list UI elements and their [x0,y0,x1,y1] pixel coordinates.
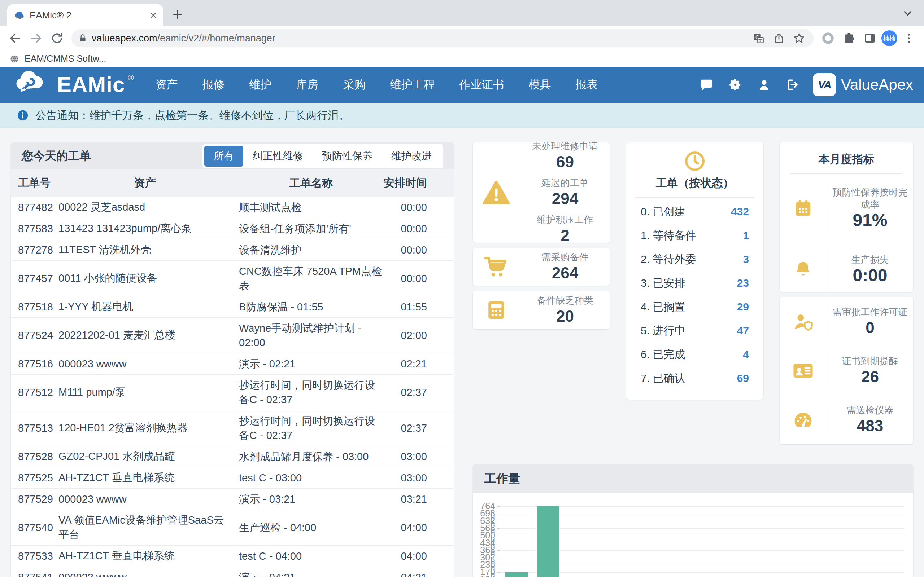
cell-time: 04:00 [383,522,454,534]
status-item-3[interactable]: 3. 已安排23 [626,271,763,295]
gridline [500,558,905,558]
back-icon[interactable] [6,29,24,48]
cell-asset: 20221202-01 麦麦汇总楼 [58,328,239,343]
spare-parts-purchase-card[interactable]: 需采购备件 264 [473,248,610,285]
nav-item-4[interactable]: 采购 [343,77,366,92]
cell-time: 00:00 [383,272,454,285]
status-item-4[interactable]: 4. 已搁置29 [626,295,763,319]
cell-asset: 11TEST 清洗机外壳 [58,243,239,257]
messages-icon[interactable] [699,78,713,92]
cell-id: 877529 [18,493,58,505]
new-tab-icon[interactable] [171,8,184,21]
workorder-row[interactable]: 87727811TEST 清洗机外壳设备清洗维护00:00 [11,239,454,260]
workorder-row[interactable]: 877512M111 pump/泵抄运行时间，同时切换运行设备C - 02:37… [11,374,454,410]
eamic-logo[interactable]: EAMic ® [11,68,134,102]
favicon-eamic-icon [14,10,24,21]
settings-gear-icon[interactable] [729,78,742,92]
y-tick [497,558,500,558]
nav-item-1[interactable]: 报修 [202,77,225,92]
announcement-text: 公告通知：维护千万条，点检第一条。维修不到位，厂长两行泪。 [36,108,349,123]
monthly-metrics-card: 本月度指标 预防性保养按时完成率 91% [780,142,913,292]
workorder-row[interactable]: 877528GZ02-CPJ01 水剂成品罐水剂成品罐月度保养 - 03:000… [11,446,454,467]
col-header-time: 安排时间 [383,176,454,190]
user-icon[interactable] [757,78,771,92]
workorder-row[interactable]: 877516000023 wwww演示 - 02:2102:21 [11,353,454,374]
monthly-metrics-title: 本月度指标 [780,142,913,167]
tab-search-chevron-icon[interactable] [901,7,914,19]
nav-item-3[interactable]: 库房 [296,77,319,92]
production-loss-label: 生产损失 [851,253,889,266]
purchase-parts-label: 需采购备件 [542,251,589,263]
profile-avatar[interactable]: 楠楠 [881,30,897,46]
workorder-row[interactable]: 87752420221202-01 麦麦汇总楼Wayne手动测试维护计划 - 0… [11,318,454,353]
browser-tab[interactable]: EAMic® 2 × [7,4,163,26]
workorder-row[interactable]: 877513120-HE01 2贫富溶剂换热器抄运行时间，同时切换运行设备C -… [11,410,454,446]
translate-icon[interactable]: G文 [751,30,767,46]
production-loss-stat[interactable]: 生产损失 0:00 [780,242,913,297]
logout-icon[interactable] [786,78,800,92]
maintenance-alerts-card[interactable]: 未处理维修申请 69 延迟的工单 294 维护积压工作 2 [473,142,610,243]
cell-name: Wayne手动测试维护计划 - 02:00 [239,321,383,350]
parts-shortage-card[interactable]: 备件缺乏种类 20 [473,291,610,329]
share-icon[interactable] [771,30,787,46]
extension-circle-icon[interactable] [819,29,837,48]
nav-item-2[interactable]: 维护 [249,77,272,92]
workorders-tab-1[interactable]: 纠正性维修 [243,146,313,167]
status-item-5[interactable]: 5. 进行中47 [626,319,763,343]
address-bar[interactable]: valueapex.com/eamic/v2/#/home/manager G文 [71,29,814,47]
browser-menu-icon[interactable] [900,29,918,48]
workorder-row[interactable]: 877583131423 131423pump/离心泵设备组-任务项添加'所有'… [11,218,454,239]
workorder-row[interactable]: 87748200022 灵芝asdasd顺丰测试点检00:00 [11,197,454,218]
workorder-row[interactable]: 8774570011 小张的随便设备CNC数控车床 7520A TPM点检表00… [11,260,454,296]
nav-item-6[interactable]: 作业证书 [459,77,504,92]
status-item-2[interactable]: 2. 等待外委3 [626,247,763,271]
status-item-6[interactable]: 6. 已完成4 [626,343,763,366]
forward-icon[interactable] [27,29,45,48]
cell-asset: M111 pump/泵 [58,385,239,400]
status-item-1[interactable]: 1. 等待备件1 [626,224,763,247]
workorders-tab-0[interactable]: 所有 [204,146,243,167]
extensions-puzzle-icon[interactable] [840,29,858,48]
cert-expiry-stat[interactable]: 证书到期提醒 26 [780,346,913,395]
nav-item-8[interactable]: 报表 [576,77,598,92]
status-list: 0. 已创建4321. 等待备件12. 等待外委33. 已安排234. 已搁置2… [626,200,763,390]
workorders-tab-3[interactable]: 维护改进 [382,146,441,167]
pending-requests-stat[interactable]: 未处理维修申请 69 [532,140,598,172]
cell-asset: 131423 131423pump/离心泵 [58,221,239,236]
cell-asset: VA 领值EAMic设备维护管理SaaS云平台 [58,513,239,542]
brand-name: EAMic [57,68,125,102]
workorder-row[interactable]: 877533AH-TZ1CT 垂直电梯系统test C - 04:0004:00 [11,545,454,567]
nav-item-7[interactable]: 模具 [529,77,551,92]
sidepanel-icon[interactable] [861,29,879,48]
workorder-row[interactable]: 877525AH-TZ1CT 垂直电梯系统test C - 03:0003:00 [11,467,454,488]
bookmark-item[interactable]: EAM/CMMS Softw... [24,53,106,64]
reload-icon[interactable] [48,29,66,48]
bookmark-star-icon[interactable] [791,30,807,46]
workorder-row[interactable]: 877529000023 wwww演示 - 03:2103:21 [11,488,454,509]
status-item-7[interactable]: 7. 已确认69 [626,366,763,390]
tab-close-icon[interactable]: × [150,10,157,21]
workorder-row[interactable]: 877540VA 领值EAMic设备维护管理SaaS云平台生产巡检 - 04:0… [11,509,454,545]
pm-completion-value: 91% [853,211,887,230]
cell-id: 877278 [18,244,58,256]
globe-icon [10,54,19,64]
delayed-workorders-value: 294 [552,189,578,208]
nav-item-5[interactable]: 维护工程 [390,77,435,92]
cell-asset: 120-HE01 2贫富溶剂换热器 [58,421,239,435]
work-permit-stat[interactable]: 需审批工作许可证 0 [780,297,913,346]
workorders-tab-2[interactable]: 预防性保养 [313,146,382,167]
production-loss-value: 0:00 [853,266,887,285]
bar-segment-green [505,572,528,577]
y-tick [497,506,500,507]
nav-item-0[interactable]: 资产 [155,77,178,92]
delayed-workorders-stat[interactable]: 延迟的工单 294 [542,177,589,208]
valueapex-logo[interactable]: VA ValueApex [813,73,913,96]
workorder-row[interactable]: 8775181-YYY 机器电机B防腐保温 - 01:5501:55 [11,296,454,318]
cell-time: 00:00 [383,223,454,235]
workorder-row[interactable]: 877541000023 wwww演示 - 04:2104:21 [11,567,454,577]
pm-completion-stat[interactable]: 预防性保养按时完成率 91% [780,174,913,242]
maintenance-backlog-stat[interactable]: 维护积压工作 2 [537,213,593,245]
status-item-0[interactable]: 0. 已创建432 [626,200,763,224]
instrument-inspection-stat[interactable]: 需送检仪器 483 [780,395,913,444]
cert-expiry-value: 26 [861,367,879,387]
